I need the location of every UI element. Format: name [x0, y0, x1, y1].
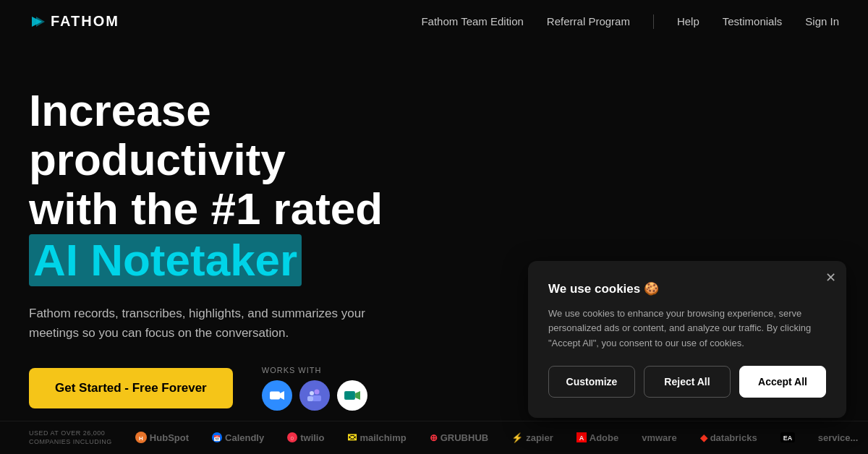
logos-bar: USED AT OVER 26,000COMPANIES INCLUDING H… [0, 421, 868, 454]
nav-link-team-edition[interactable]: Fathom Team Edition [421, 15, 523, 27]
logo-service: service... [818, 432, 859, 443]
logo-icon [29, 14, 45, 30]
works-with: WORKS WITH [262, 366, 367, 411]
logo-calendly: 📅 Calendly [212, 432, 264, 443]
works-with-icons [262, 380, 367, 411]
cookie-title: We use cookies 🍪 [548, 281, 826, 296]
hero-description: Fathom records, transcribes, highlights,… [29, 304, 376, 343]
svg-text:EA: EA [783, 434, 792, 442]
nav-link-help[interactable]: Help [677, 15, 699, 27]
meet-icon [337, 380, 367, 411]
cta-button[interactable]: Get Started - Free Forever [29, 368, 233, 408]
hero-title-highlight: AI Notetaker [29, 234, 302, 286]
logo-zapier: ⚡ zapier [511, 432, 553, 443]
svg-marker-9 [355, 391, 360, 400]
svg-point-4 [314, 390, 319, 395]
zoom-icon [262, 380, 292, 411]
svg-marker-1 [36, 17, 45, 27]
cookie-customize-button[interactable]: Customize [548, 366, 635, 398]
works-with-label: WORKS WITH [262, 366, 367, 374]
used-at-text: USED AT OVER 26,000COMPANIES INCLUDING [29, 429, 112, 447]
cookie-body: We use cookies to enhance your browsing … [548, 307, 826, 351]
logo[interactable]: FATHOM [29, 13, 119, 30]
hero-title-line1: Increase productivity [29, 85, 286, 184]
logo-text: FATHOM [51, 13, 119, 30]
cookie-close-button[interactable]: ✕ [825, 270, 836, 286]
nav-divider [653, 14, 654, 29]
cookie-buttons: Customize Reject All Accept All [548, 366, 826, 398]
logo-grubhub: ⊕ GRUBHUB [430, 432, 488, 443]
svg-rect-5 [312, 395, 321, 401]
svg-rect-2 [270, 392, 280, 400]
navbar: FATHOM Fathom Team Edition Referral Prog… [0, 0, 868, 43]
nav-link-signin[interactable]: Sign In [805, 15, 839, 27]
svg-text:📅: 📅 [213, 434, 221, 442]
logo-ea: EA [780, 432, 795, 442]
svg-marker-3 [280, 391, 284, 400]
svg-text:H: H [139, 435, 143, 442]
cookie-banner: ✕ We use cookies 🍪 We use cookies to enh… [528, 261, 846, 418]
svg-rect-8 [344, 391, 355, 400]
svg-text:A: A [579, 434, 584, 442]
hero-title: Increase productivity with the #1 rated … [29, 86, 463, 286]
logo-twilio: ○ twilio [287, 432, 324, 443]
nav-link-referral[interactable]: Referral Program [547, 15, 630, 27]
svg-text:○: ○ [290, 434, 294, 442]
hero-title-line2: with the #1 rated [29, 184, 383, 234]
logo-hubspot: H HubSpot [135, 432, 189, 443]
logo-databricks: ◆ databricks [700, 432, 757, 443]
cookie-accept-button[interactable]: Accept All [739, 366, 826, 398]
teams-icon [299, 380, 330, 411]
logo-mailchimp: ✉ mailchimp [347, 431, 406, 445]
nav-links: Fathom Team Edition Referral Program Hel… [421, 14, 839, 29]
logo-vmware: vmware [642, 432, 676, 443]
svg-point-6 [310, 391, 314, 395]
nav-link-testimonials[interactable]: Testimonials [723, 15, 783, 27]
cookie-reject-button[interactable]: Reject All [644, 366, 731, 398]
logo-adobe: A Adobe [576, 432, 618, 443]
svg-rect-7 [307, 396, 313, 401]
